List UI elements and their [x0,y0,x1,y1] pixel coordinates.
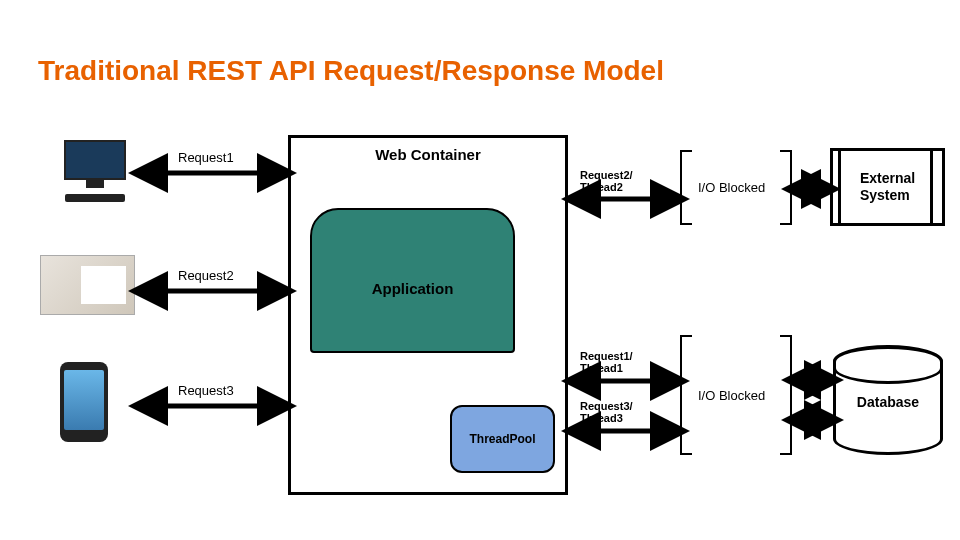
arrow-dbbracket-db-2 [790,413,835,427]
client-phone [40,362,120,442]
arrow-container-dbbracket-2 [568,424,683,438]
request2-thread2-label: Request2/Thread2 [580,169,633,193]
page-title: Traditional REST API Request/Response Mo… [38,55,664,87]
arrow-extbracket-system [790,182,832,196]
bracket-left-upper [680,150,692,225]
arrow-client1-container [135,166,290,180]
arrow-dbbracket-db-1 [790,373,835,387]
web-container-label: Web Container [375,146,481,163]
request1-thread1-label: Request1/Thread1 [580,350,633,374]
external-system-inner-line-right [930,148,933,226]
external-system-box: External System [830,148,945,226]
client-tablet [40,255,120,315]
arrow-container-extbracket [568,192,683,206]
arrow-client3-container [135,399,290,413]
arrow-client2-container [135,284,290,298]
arrow-container-dbbracket-1 [568,374,683,388]
database-cylinder: Database [833,345,943,455]
request1-label: Request1 [178,150,234,165]
io-blocked-label-lower: I/O Blocked [698,388,765,403]
request3-label: Request3 [178,383,234,398]
request3-thread3-label: Request3/Thread3 [580,400,633,424]
application-box: Application [310,208,515,353]
client-desktop [55,140,135,202]
threadpool-label: ThreadPool [469,432,535,446]
external-system-label-2: System [860,187,910,203]
external-system-label-1: External [860,170,915,186]
application-label: Application [372,279,454,296]
threadpool-box: ThreadPool [450,405,555,473]
database-label: Database [857,394,919,410]
external-system-inner-line-left [838,148,841,226]
io-blocked-label-upper: I/O Blocked [698,180,765,195]
request2-label: Request2 [178,268,234,283]
bracket-right-lower [780,335,792,455]
